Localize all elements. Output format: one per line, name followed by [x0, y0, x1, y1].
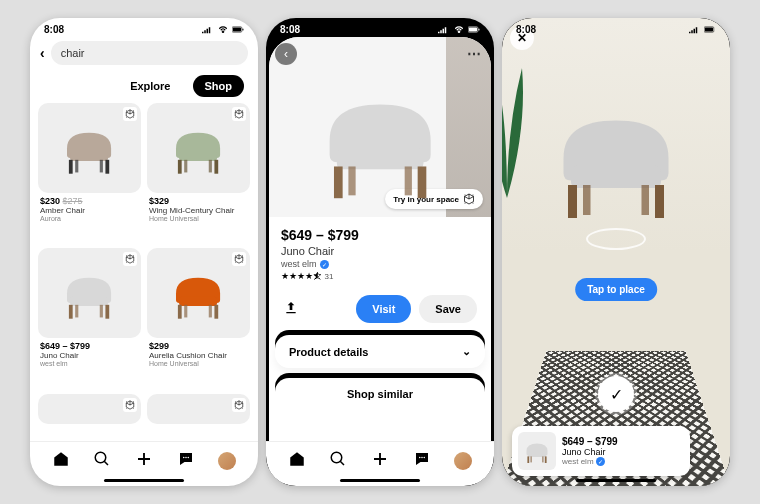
verified-icon: ✓ [596, 457, 605, 466]
ar-icon [123, 107, 137, 121]
product-name: Juno Chair [40, 351, 139, 360]
svg-rect-17 [469, 28, 477, 32]
ar-product-card[interactable]: $649 – $799 Juno Chair west elm✓ [512, 426, 690, 476]
product-card[interactable]: $329 Wing Mid-Century Chair Home Univers… [147, 103, 250, 242]
ar-icon [123, 398, 137, 412]
price: $649 – $799 [281, 227, 479, 243]
create-icon[interactable] [371, 450, 389, 472]
back-button[interactable]: ‹ [40, 45, 45, 61]
status-icons [202, 25, 244, 34]
price: $230 [40, 196, 60, 206]
shop-similar-section[interactable]: Shop similar [275, 378, 485, 404]
old-price: $275 [63, 196, 83, 206]
ar-icon [123, 252, 137, 266]
visit-button[interactable]: Visit [356, 295, 411, 323]
clock: 8:08 [280, 24, 300, 35]
verified-icon: ✓ [320, 260, 329, 269]
action-row: Visit Save [269, 291, 491, 327]
svg-rect-24 [705, 28, 713, 32]
product-card[interactable]: $230 $275 Amber Chair Aurora [38, 103, 141, 242]
svg-rect-18 [478, 28, 479, 30]
product-name: Aurelia Cushion Chair [149, 351, 248, 360]
svg-point-20 [419, 457, 421, 459]
brand: Home Universal [149, 215, 248, 222]
tab-shop[interactable]: Shop [193, 75, 245, 97]
tab-explore[interactable]: Explore [118, 75, 182, 97]
share-icon[interactable] [283, 300, 299, 319]
search-icon[interactable] [329, 450, 347, 472]
rating[interactable]: ★★★★⯪ 31 [281, 271, 479, 281]
ar-camera-view[interactable]: 8:08 ✕ Tap to place ✓ $649 – $799 Juno C… [502, 18, 730, 486]
svg-point-13 [183, 457, 185, 459]
placement-ring [586, 228, 646, 250]
price: $649 – $799 [562, 436, 618, 447]
search-icon[interactable] [93, 450, 111, 472]
phone-ar-view: 8:08 ✕ Tap to place ✓ $649 – $799 Juno C… [502, 18, 730, 486]
profile-avatar[interactable] [218, 452, 236, 470]
product-card[interactable]: $299 Aurelia Cushion Chair Home Universa… [147, 248, 250, 387]
brand: west elm [40, 360, 139, 367]
create-icon[interactable] [135, 450, 153, 472]
ar-icon [232, 107, 246, 121]
brand-row[interactable]: west elm ✓ [281, 259, 479, 269]
home-indicator [340, 479, 420, 482]
brand: Aurora [40, 215, 139, 222]
home-indicator [576, 479, 656, 482]
ar-icon [232, 252, 246, 266]
messages-icon[interactable] [177, 450, 195, 472]
clock: 8:08 [516, 24, 536, 35]
confirm-button[interactable]: ✓ [598, 376, 634, 412]
product-info: $649 – $799 Juno Chair west elm ✓ ★★★★⯪ … [269, 217, 491, 291]
status-bar: 8:08 [502, 18, 730, 37]
status-icons [438, 25, 480, 34]
price: $299 [149, 341, 169, 351]
svg-point-19 [332, 452, 343, 463]
svg-point-21 [421, 457, 423, 459]
brand: west elm✓ [562, 457, 618, 466]
status-bar: 8:08 [266, 18, 494, 37]
product-card[interactable] [147, 394, 250, 441]
product-details-accordion[interactable]: Product details ⌄ [275, 335, 485, 368]
phone-search-results: 8:08 ‹ chair Explore Shop $230 $275 Ambe… [30, 18, 258, 486]
filter-tabs: Explore Shop [30, 69, 258, 103]
results-grid: $230 $275 Amber Chair Aurora $329 Wing M… [30, 103, 258, 441]
svg-point-14 [185, 457, 187, 459]
svg-point-22 [423, 457, 425, 459]
save-button[interactable]: Save [419, 295, 477, 323]
home-indicator [104, 479, 184, 482]
tap-to-place-button[interactable]: Tap to place [575, 278, 657, 301]
product-card[interactable] [38, 394, 141, 441]
plant-decor [502, 58, 532, 198]
product-name: Amber Chair [40, 206, 139, 215]
clock: 8:08 [44, 24, 64, 35]
phone-product-detail: 8:08 ‹ ⋯ Try in your space $649 – $799 J… [266, 18, 494, 486]
price: $649 – $799 [40, 341, 90, 351]
svg-point-12 [96, 452, 107, 463]
svg-rect-10 [233, 28, 241, 32]
home-icon[interactable] [52, 450, 70, 472]
product-card[interactable]: $649 – $799 Juno Chair west elm [38, 248, 141, 387]
product-title: Juno Chair [281, 245, 479, 257]
chevron-down-icon: ⌄ [462, 345, 471, 358]
ar-product[interactable] [541, 68, 691, 248]
messages-icon[interactable] [413, 450, 431, 472]
svg-point-15 [187, 457, 189, 459]
brand: Home Universal [149, 360, 248, 367]
product-hero[interactable]: ‹ ⋯ Try in your space [269, 37, 491, 217]
more-icon[interactable]: ⋯ [463, 43, 485, 65]
svg-rect-11 [242, 28, 243, 30]
product-name: Wing Mid-Century Chair [149, 206, 248, 215]
price: $329 [149, 196, 169, 206]
search-input[interactable]: chair [51, 41, 248, 65]
home-icon[interactable] [288, 450, 306, 472]
back-button[interactable]: ‹ [275, 43, 297, 65]
status-bar: 8:08 [30, 18, 258, 37]
product-name: Juno Chair [562, 447, 618, 457]
ar-icon [232, 398, 246, 412]
search-row: ‹ chair [30, 37, 258, 69]
profile-avatar[interactable] [454, 452, 472, 470]
